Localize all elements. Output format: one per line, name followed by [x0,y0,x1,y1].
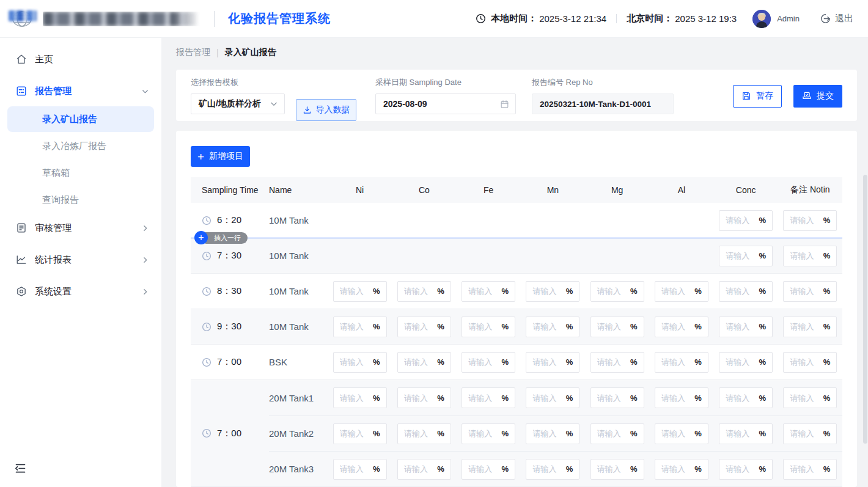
value-input[interactable]: % [783,423,837,444]
username[interactable]: Admin [777,14,800,23]
value-input-field[interactable] [661,357,692,367]
value-input-field[interactable] [468,287,499,296]
value-input-field[interactable] [340,287,370,296]
breadcrumb-parent[interactable]: 报告管理 [176,47,210,58]
add-item-button[interactable]: + 新增项目 [191,146,250,167]
value-input-field[interactable] [661,394,692,403]
value-input[interactable]: % [526,423,579,444]
value-input[interactable]: % [397,423,451,444]
value-input[interactable]: % [655,423,708,444]
value-input[interactable]: % [719,423,773,444]
value-input[interactable]: % [719,281,773,302]
sidebar-item-enter-smelter-report[interactable]: 录入冶炼厂报告 [7,133,154,159]
value-input-field[interactable] [404,357,435,367]
value-input-field[interactable] [468,429,499,438]
sampling-date-input[interactable]: 2025-08-09 [375,93,516,114]
value-input[interactable]: % [783,246,837,266]
value-input-field[interactable] [790,287,820,296]
sidebar-item-drafts[interactable]: 草稿箱 [7,160,154,186]
value-input[interactable]: % [719,352,773,373]
value-input-field[interactable] [790,322,820,331]
value-input[interactable]: % [333,387,387,408]
value-input-field[interactable] [726,429,756,438]
value-input-field[interactable] [532,287,563,296]
value-input-field[interactable] [790,464,820,474]
value-input[interactable]: % [526,352,579,373]
value-input-field[interactable] [790,429,820,438]
value-input-field[interactable] [404,287,435,296]
value-input[interactable]: % [333,423,387,444]
value-input[interactable]: % [783,352,837,373]
value-input[interactable]: % [783,281,837,302]
value-input[interactable]: % [590,281,644,302]
value-input[interactable]: % [719,387,773,408]
value-input[interactable]: % [397,317,451,337]
value-input[interactable]: % [397,352,451,373]
value-input-field[interactable] [597,287,628,296]
value-input-field[interactable] [726,287,756,296]
scrollbar-thumb[interactable] [863,175,867,444]
value-input-field[interactable] [468,322,499,331]
value-input[interactable]: % [655,459,708,480]
value-input[interactable]: % [526,459,579,480]
value-input[interactable]: % [719,459,773,480]
value-input[interactable]: % [655,352,708,373]
value-input[interactable]: % [590,459,644,480]
value-input[interactable]: % [655,317,708,337]
value-input-field[interactable] [726,216,756,225]
value-input-field[interactable] [661,429,692,438]
value-input[interactable]: % [590,423,644,444]
value-input-field[interactable] [404,429,435,438]
save-draft-button[interactable]: 暂存 [733,85,782,108]
sidebar-item-enter-mine-report[interactable]: 录入矿山报告 [7,106,154,132]
scrollbar[interactable] [863,38,867,487]
value-input[interactable]: % [333,317,387,337]
value-input-field[interactable] [532,357,563,367]
value-input[interactable]: % [526,281,579,302]
value-input-field[interactable] [340,394,370,403]
value-input-field[interactable] [726,251,756,260]
value-input-field[interactable] [790,394,820,403]
logout-button[interactable]: 退出 [820,13,853,24]
value-input[interactable]: % [590,387,644,408]
value-input-field[interactable] [597,464,628,474]
value-input-field[interactable] [790,251,820,260]
sidebar-item-statistics[interactable]: 统计报表 [0,246,161,274]
value-input[interactable]: % [526,387,579,408]
value-input-field[interactable] [340,429,370,438]
value-input[interactable]: % [462,352,515,373]
value-input[interactable]: % [397,387,451,408]
value-input[interactable]: % [655,281,708,302]
value-input-field[interactable] [597,357,628,367]
sidebar-item-query-reports[interactable]: 查询报告 [7,187,154,213]
value-input[interactable]: % [783,459,837,480]
value-input[interactable]: % [526,317,579,337]
value-input-field[interactable] [726,357,756,367]
value-input[interactable]: % [333,352,387,373]
value-input-field[interactable] [340,357,370,367]
value-input[interactable]: % [719,210,773,231]
insert-row-button[interactable]: + [194,231,208,244]
value-input-field[interactable] [532,322,563,331]
value-input[interactable]: % [783,317,837,337]
value-input-field[interactable] [661,322,692,331]
value-input-field[interactable] [532,429,563,438]
value-input[interactable]: % [333,281,387,302]
value-input-field[interactable] [790,216,820,225]
submit-button[interactable]: 提交 [793,85,842,108]
sidebar-collapse-icon[interactable] [15,463,26,474]
value-input-field[interactable] [597,322,628,331]
value-input[interactable]: % [462,459,515,480]
import-data-button[interactable]: 导入数据 [296,99,356,121]
value-input-field[interactable] [532,394,563,403]
value-input[interactable]: % [333,459,387,480]
value-input-field[interactable] [468,464,499,474]
value-input[interactable]: % [719,317,773,337]
value-input[interactable]: % [655,387,708,408]
value-input-field[interactable] [340,322,370,331]
value-input-field[interactable] [404,394,435,403]
value-input[interactable]: % [783,387,837,408]
value-input[interactable]: % [462,281,515,302]
value-input[interactable]: % [397,459,451,480]
value-input-field[interactable] [468,394,499,403]
